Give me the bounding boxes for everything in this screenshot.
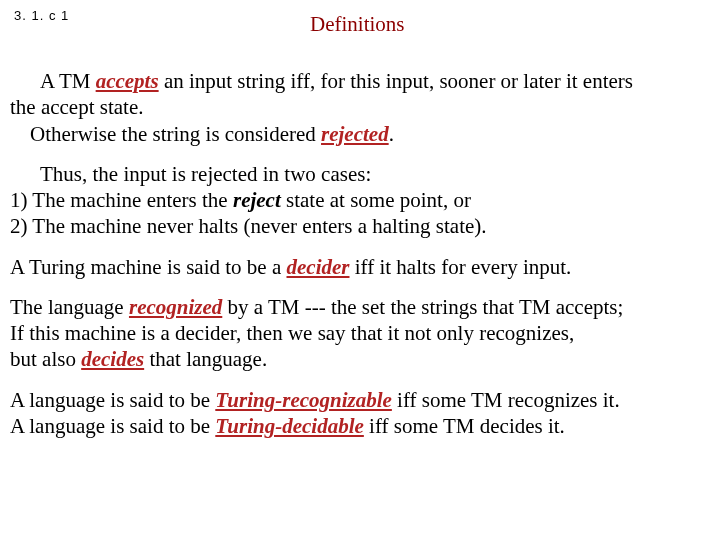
para-decider: A Turing machine is said to be a decider… (10, 254, 710, 280)
text: A language is said to be (10, 414, 215, 438)
header: 3. 1. c 1 Definitions (10, 8, 710, 36)
text: iff some TM decides it. (364, 414, 565, 438)
para-recognized: The language recognized by a TM --- the … (10, 294, 710, 373)
term-turing-recognizable: Turing-recognizable (215, 388, 392, 412)
text: If this machine is a decider, then we sa… (10, 320, 710, 346)
text: The language (10, 295, 129, 319)
term-decider: decider (287, 255, 350, 279)
term-decides: decides (81, 347, 144, 371)
term-recognized: recognized (129, 295, 222, 319)
term-turing-decidable: Turing-decidable (215, 414, 364, 438)
slide-number: 3. 1. c 1 (14, 8, 69, 24)
slide-title: Definitions (310, 11, 405, 37)
text: A Turing machine is said to be a (10, 255, 287, 279)
text: iff some TM recognizes it. (392, 388, 620, 412)
term-accepts: accepts (96, 69, 159, 93)
text: an input string iff, for this input, soo… (159, 69, 633, 93)
text: 1) The machine enters the (10, 188, 233, 212)
text: iff it halts for every input. (349, 255, 571, 279)
text: that language. (144, 347, 267, 371)
term-rejected: rejected (321, 122, 389, 146)
text: the accept state. (10, 94, 710, 120)
text: by a TM --- the set the strings that TM … (222, 295, 623, 319)
text: 2) The machine never halts (never enters… (10, 213, 710, 239)
text: Thus, the input is rejected in two cases… (10, 161, 710, 187)
para-accepts: A TM accepts an input string iff, for th… (10, 68, 710, 147)
text: Otherwise the string is considered (30, 122, 321, 146)
text: A TM (40, 69, 96, 93)
term-reject: reject (233, 188, 281, 212)
para-reject-cases: Thus, the input is rejected in two cases… (10, 161, 710, 240)
slide: 3. 1. c 1 Definitions A TM accepts an in… (0, 0, 720, 540)
text: . (389, 122, 394, 146)
text: state at some point, or (281, 188, 471, 212)
body: A TM accepts an input string iff, for th… (10, 68, 710, 439)
para-turing: A language is said to be Turing-recogniz… (10, 387, 710, 440)
text: A language is said to be (10, 388, 215, 412)
text: but also (10, 347, 81, 371)
